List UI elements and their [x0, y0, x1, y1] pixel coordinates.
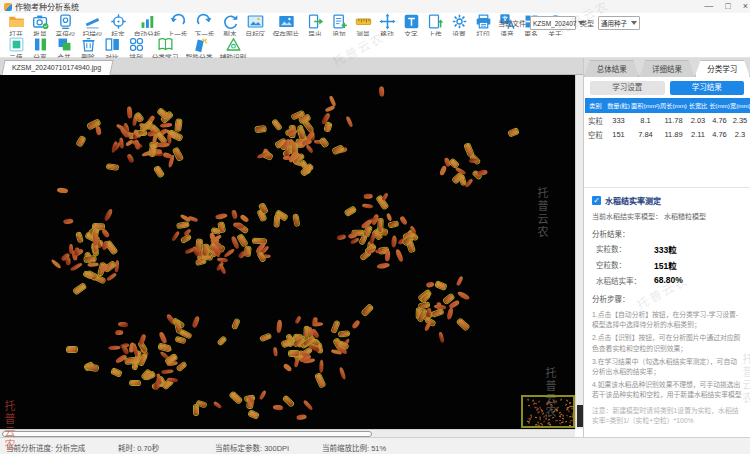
maximize-button[interactable]: □ [725, 0, 730, 13]
current-file-label: 当前文件 [498, 18, 526, 28]
panel-tabs: 总体结果详细结果分类学习 [584, 58, 750, 77]
analysis-step: 4.如果该水稻品种识别效果不理想，可手动挑选出若干该品种实粒和空粒，用于新建水稻… [592, 380, 742, 400]
trash-icon [80, 36, 97, 53]
status-bar: 当前分析进度: 分析完成 耗时: 0.70秒 当前标定参数: 300DPI 当前… [0, 437, 750, 454]
upload-doc-icon [427, 13, 444, 30]
results-table: 类别数量(粒)面积(mm²)周长(mm)长宽比长(mm)宽(mm)实粒3338.… [585, 98, 750, 141]
scanner-icon [84, 13, 101, 30]
current-model-line: 当前水稻结实率模型： 水稻糙粒模型 [584, 206, 750, 221]
batch-camera-icon [32, 13, 49, 30]
table-header: 面积(mm²) [631, 98, 660, 113]
merge-squares-icon [56, 36, 73, 53]
table-cell: 333 [606, 113, 631, 127]
magnifier-device-icon [57, 13, 74, 30]
analysis-image-canvas[interactable]: 托普云农 托普云农 [0, 75, 575, 429]
panel-tab-2[interactable]: 分类学习 [695, 60, 750, 77]
progress-value: 分析完成 [55, 444, 85, 453]
table-header: 宽(mm) [730, 98, 750, 113]
table-cell: 2.35 [730, 113, 750, 127]
note-text: 注意：新建模型时请将类别1设置为实粒，水稻结实率=类别1/（实粒+空粒）*100… [592, 406, 742, 426]
current-file-select[interactable]: KZSM_202407 [530, 16, 576, 30]
result-value: 333粒 [654, 243, 677, 255]
table-cell: 11.89 [660, 127, 687, 141]
watermark: 托普云农 [534, 187, 550, 239]
result-section-title: 分析结果： [584, 221, 750, 239]
table-cell: 实粒 [585, 113, 606, 127]
calibrate-target-icon [110, 13, 127, 30]
table-cell: 2.03 [687, 113, 709, 127]
table-cell: 8.1 [631, 113, 660, 127]
navigator-thumbnail[interactable] [521, 395, 575, 428]
type-select[interactable]: 通用种子 [598, 16, 640, 30]
analysis-steps: 1.点击【自动分析】按钮，在分类学习-学习设置-模型选择中选择待分析的水稻类别；… [584, 304, 750, 401]
table-row[interactable]: 实粒3338.111.782.034.762.35 [585, 113, 750, 127]
app-icon [4, 3, 12, 11]
table-header: 数量(粒) [606, 98, 631, 113]
zoom-value: 51% [371, 444, 386, 453]
file-selector-group: 当前文件 KZSM_202407 类型 通用种子 [498, 16, 640, 30]
analysis-step: 3.在学习结果中（勾选水稻结实率测定），可自动分析出水稻的结实率； [592, 357, 742, 377]
measure-ruler-icon [355, 13, 372, 30]
redo-arrow-icon [196, 13, 213, 30]
rice-rate-checkbox-label: 水稻结实率测定 [605, 195, 661, 206]
move-cross-icon [379, 13, 396, 30]
table-cell: 4.76 [709, 127, 730, 141]
result-value: 151粒 [654, 259, 677, 271]
smart-brush-icon [191, 36, 208, 53]
table-row[interactable]: 空粒1517.8411.892.114.762.3 [585, 127, 750, 141]
text-tool-icon [403, 13, 420, 30]
subtab-0[interactable]: 学习设置 [590, 81, 665, 95]
target-region-icon [247, 13, 264, 30]
subtab-1[interactable]: 学习结果 [670, 81, 745, 95]
analysis-step: 1.点击【自动分析】按钮，在分类学习-学习设置-模型选择中选择待分析的水稻类别； [592, 310, 742, 330]
compare-panels-icon [104, 36, 121, 53]
table-header: 长宽比 [687, 98, 709, 113]
append-doc-icon [331, 13, 348, 30]
app-window: 作物考种分析系统 — □ × 打开批量高倍仪扫描仪标定自动分析上一步下一步副本目… [0, 0, 750, 454]
dpi-label: 当前标定参数: [215, 444, 262, 453]
title-bar: 作物考种分析系统 — □ × [0, 0, 750, 13]
auto-analyze-chart-icon [139, 13, 156, 30]
table-header: 类别 [585, 98, 606, 113]
assist-triangle-icon [225, 36, 242, 53]
document-tab[interactable]: KZSM_20240710174940.jpg [1, 60, 113, 75]
save-image-icon [278, 13, 295, 30]
dpi-value: 300DPI [264, 444, 289, 453]
steps-section-title: 分析步骤： [584, 286, 750, 304]
export-doc-icon [307, 13, 324, 30]
duplicate-refresh-icon [222, 13, 239, 30]
close-button[interactable]: × [743, 0, 748, 13]
table-header: 长(mm) [709, 98, 730, 113]
minimize-button[interactable]: — [704, 0, 713, 13]
table-cell: 4.76 [709, 113, 730, 127]
type-label: 类型 [580, 18, 594, 28]
table-cell: 11.78 [660, 113, 687, 127]
panel-tab-0[interactable]: 总体结果 [584, 60, 639, 77]
arrange-grid-icon [128, 36, 145, 53]
table-cell: 2.3 [730, 127, 750, 141]
current-file-value: KZSM_202407 [533, 20, 576, 27]
vertical-scrollbar[interactable] [575, 75, 583, 429]
table-cell: 7.84 [631, 127, 660, 141]
type-value: 通用种子 [601, 18, 627, 28]
elapsed-label: 耗时: [118, 444, 135, 453]
horizontal-scrollbar[interactable] [0, 429, 575, 437]
rice-rate-checkbox[interactable]: ✓ [592, 196, 601, 205]
open-folder-icon [8, 13, 25, 30]
table-cell: 空粒 [585, 127, 606, 141]
result-label: 空粒数： [596, 259, 654, 271]
result-label: 实粒数： [596, 243, 654, 255]
zoom-label: 当前缩放比例: [322, 444, 369, 453]
binary-square-icon [8, 36, 25, 53]
table-cell: 151 [606, 127, 631, 141]
elapsed-value: 0.70秒 [137, 444, 159, 453]
separate-split-icon [32, 36, 49, 53]
classify-book-icon [157, 36, 174, 53]
result-label: 水稻结实率： [596, 275, 654, 286]
panel-tab-1[interactable]: 详细结果 [639, 60, 694, 77]
learning-subtabs: 学习设置学习结果 [584, 77, 750, 98]
results-panel: 总体结果详细结果分类学习 学习设置学习结果 类别数量(粒)面积(mm²)周长(m… [583, 58, 750, 437]
undo-arrow-icon [169, 13, 186, 30]
chevron-down-icon [631, 21, 637, 25]
table-header: 周长(mm) [660, 98, 687, 113]
